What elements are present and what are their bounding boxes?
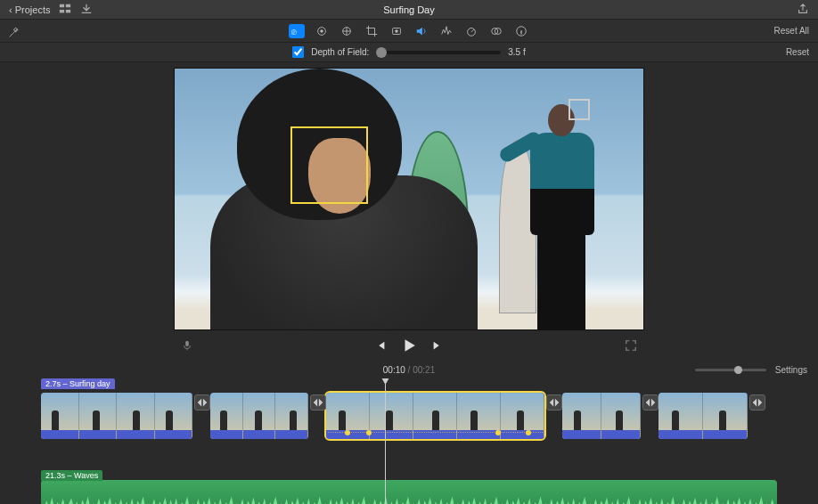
info-tool[interactable]	[513, 24, 529, 38]
audio-clip-label: 21.3s – Waves	[41, 470, 102, 481]
project-title: Surfing Day	[383, 4, 434, 15]
playhead[interactable]	[385, 378, 386, 504]
next-frame-button[interactable]	[431, 339, 444, 355]
transition-icon[interactable]	[749, 394, 765, 411]
svg-rect-1	[66, 4, 70, 7]
audio-clip[interactable]	[41, 480, 777, 504]
reset-button[interactable]: Reset	[786, 47, 809, 57]
clip-filter-tool[interactable]	[488, 24, 504, 38]
white-balance-tool[interactable]	[339, 24, 355, 38]
video-clip-label: 2.7s – Surfing day	[41, 378, 115, 389]
import-icon[interactable]	[80, 3, 93, 17]
video-clip[interactable]	[326, 393, 544, 439]
timeline-zoom-slider[interactable]	[695, 369, 766, 371]
transition-icon[interactable]	[546, 394, 562, 411]
depth-of-field-slider[interactable]	[376, 51, 501, 54]
svg-rect-2	[60, 9, 64, 12]
transport-controls	[174, 334, 644, 361]
color-balance-tool[interactable]: ⎚	[289, 24, 305, 38]
svg-point-6	[320, 29, 323, 33]
transition-icon[interactable]	[310, 394, 326, 411]
back-to-projects-button[interactable]: ‹ Projects	[9, 4, 50, 15]
reset-all-button[interactable]: Reset All	[774, 26, 809, 36]
video-clip[interactable]	[210, 393, 308, 439]
timeline[interactable]: 2.7s – Surfing day 21.3s – Waves	[0, 378, 818, 504]
svg-rect-14	[185, 341, 189, 346]
magic-wand-icon[interactable]	[7, 27, 20, 43]
transition-icon[interactable]	[642, 394, 658, 411]
focus-box-primary[interactable]	[290, 126, 368, 204]
color-correction-tool[interactable]	[314, 24, 330, 38]
voiceover-icon[interactable]	[181, 339, 193, 355]
video-clip[interactable]	[562, 393, 641, 439]
fullscreen-icon[interactable]	[625, 339, 637, 355]
library-icon[interactable]	[59, 3, 71, 17]
share-icon[interactable]	[797, 6, 809, 17]
focus-box-secondary[interactable]	[569, 99, 590, 120]
noise-reduction-tool[interactable]	[438, 24, 454, 38]
video-clip[interactable]	[658, 393, 748, 439]
timeline-settings-button[interactable]: Settings	[775, 365, 807, 375]
depth-of-field-label: Depth of Field:	[311, 47, 369, 57]
video-track[interactable]	[0, 393, 818, 453]
prev-frame-button[interactable]	[374, 339, 387, 355]
depth-of-field-checkbox[interactable]	[292, 46, 304, 58]
depth-of-field-value: 3.5 f	[508, 47, 525, 57]
inspector-toolbar: ⎚ Reset All	[0, 20, 818, 43]
stabilization-tool[interactable]	[389, 24, 405, 38]
audio-waveform	[41, 491, 777, 504]
crop-tool[interactable]	[364, 24, 380, 38]
svg-rect-0	[60, 4, 64, 7]
speed-tool[interactable]	[463, 24, 479, 38]
svg-text:⎚: ⎚	[291, 27, 297, 36]
depth-of-field-bar: Depth of Field: 3.5 f Reset	[0, 43, 818, 62]
viewer-panel	[0, 62, 818, 361]
titlebar: ‹ Projects Surfing Day	[0, 0, 818, 20]
transition-icon[interactable]	[194, 394, 210, 411]
svg-rect-3	[66, 9, 70, 12]
timecode-row: 00:10 / 00:21 Settings	[0, 361, 818, 378]
video-preview[interactable]	[174, 68, 644, 330]
video-clip[interactable]	[41, 393, 192, 439]
timecode-display: 00:10 / 00:21	[383, 365, 435, 375]
volume-tool[interactable]	[413, 24, 429, 38]
svg-point-9	[395, 29, 398, 33]
play-button[interactable]	[401, 337, 417, 357]
